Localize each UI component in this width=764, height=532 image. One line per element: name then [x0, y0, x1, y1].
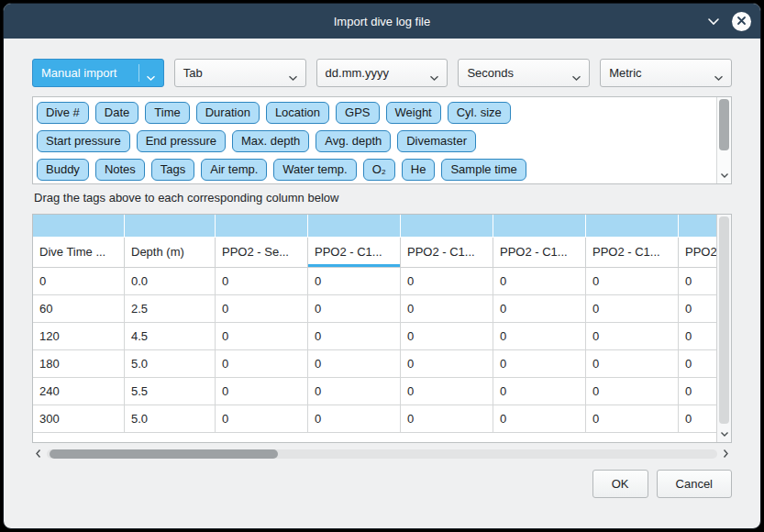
table-cell: 0: [216, 323, 308, 350]
column-drop-target[interactable]: [401, 215, 493, 238]
tag-rows: Dive #DateTimeDurationLocationGPSWeightC…: [33, 97, 716, 183]
ok-button[interactable]: OK: [592, 470, 648, 498]
scroll-left-button[interactable]: [32, 446, 44, 462]
column-header[interactable]: Dive Time ...: [33, 238, 125, 268]
column-header[interactable]: Depth (m): [125, 238, 216, 268]
table-cell: 0: [586, 323, 679, 350]
table-cell: 180: [33, 350, 125, 378]
tag-chip[interactable]: Start pressure: [37, 130, 130, 152]
table-cell: 0: [586, 268, 679, 295]
column-header[interactable]: PPO2 - C1...: [493, 238, 586, 268]
column-drop-target[interactable]: [125, 215, 216, 238]
table-row: 3005.0000000: [33, 405, 717, 433]
tag-chip[interactable]: GPS: [336, 102, 379, 124]
table-scrollbar-thumb[interactable]: [719, 216, 729, 424]
scroll-right-button[interactable]: [720, 446, 732, 462]
date-format-dropdown-value: dd.mm.yyyy: [326, 66, 389, 80]
tag-chip[interactable]: Avg. depth: [316, 130, 391, 152]
column-drop-target[interactable]: [308, 215, 401, 238]
column-drop-target[interactable]: [216, 215, 308, 238]
table-row: 1204.5000000: [33, 323, 717, 350]
dialog-title: Import dive log file: [334, 15, 431, 28]
table-cell: 0: [308, 378, 401, 405]
import-options-row: Manual importTabdd.mm.yyyySecondsMetric: [32, 59, 732, 87]
hscroll-track[interactable]: [47, 449, 717, 459]
close-button[interactable]: [732, 12, 751, 31]
tag-chip[interactable]: O₂: [363, 159, 395, 181]
hscroll-thumb[interactable]: [50, 449, 278, 459]
table-row: 00.0000000: [33, 268, 717, 295]
table-cell: 0: [216, 378, 308, 405]
table-cell: 0: [586, 295, 679, 323]
tag-chip[interactable]: He: [402, 159, 436, 181]
chevron-down-icon: [720, 425, 729, 441]
column-header[interactable]: PPO2 - C1...: [308, 238, 401, 268]
cancel-button[interactable]: Cancel: [657, 470, 732, 498]
table-cell: 0: [493, 323, 586, 350]
column-drop-target[interactable]: [33, 215, 125, 238]
table-cell: 0: [216, 405, 308, 433]
tag-chip[interactable]: Tags: [151, 159, 194, 181]
tags-scroll-down-button[interactable]: [717, 166, 731, 183]
duration-format-dropdown[interactable]: Seconds: [458, 59, 590, 87]
table-cell: 2.5: [125, 295, 216, 323]
titlebar-controls: [707, 4, 751, 39]
tag-chip[interactable]: Divemaster: [397, 130, 476, 152]
column-drop-target[interactable]: [586, 215, 679, 238]
tag-chip[interactable]: Time: [145, 102, 189, 124]
table-cell: 0: [586, 405, 679, 433]
table-cell: 5.5: [125, 378, 216, 405]
tag-chip[interactable]: Cyl. size: [448, 102, 511, 124]
column-header[interactable]: PPO2 - C1...: [401, 238, 493, 268]
table-scroll-down-button[interactable]: [717, 425, 731, 441]
tag-chip[interactable]: Dive #: [37, 102, 89, 124]
tag-chip[interactable]: Duration: [196, 102, 260, 124]
table-cell: 0: [401, 350, 493, 378]
chevron-down-icon: [288, 71, 298, 84]
table-cell: 0: [679, 268, 717, 295]
table-cell: 0: [493, 378, 586, 405]
column-header[interactable]: PPO2 - C1...: [586, 238, 679, 268]
tags-scrollbar-thumb[interactable]: [719, 99, 729, 150]
column-header[interactable]: PPO2: [679, 238, 717, 268]
table-row: 2405.5000000: [33, 378, 717, 405]
table-cell: 0: [679, 405, 717, 433]
units-dropdown[interactable]: Metric: [600, 59, 732, 87]
titlebar: Import dive log file: [4, 4, 760, 39]
dialog-buttons: OK Cancel: [592, 470, 732, 498]
tag-row: Dive #DateTimeDurationLocationGPSWeightC…: [37, 102, 713, 124]
table-cell: 0: [679, 295, 717, 323]
rollup-button[interactable]: [707, 15, 720, 28]
table-vertical-scrollbar[interactable]: [716, 215, 731, 442]
column-drop-target[interactable]: [679, 215, 717, 238]
table-cell: 0: [308, 350, 401, 378]
units-dropdown-value: Metric: [609, 66, 641, 80]
drag-instruction-label: Drag the tags above to each correspondin…: [34, 191, 338, 205]
preview-table: Dive Time ...Depth (m)PPO2 - Se...PPO2 -…: [32, 214, 732, 443]
table-cell: 0: [401, 378, 493, 405]
import-mode-dropdown[interactable]: Manual import: [32, 59, 164, 87]
date-format-dropdown[interactable]: dd.mm.yyyy: [316, 59, 448, 87]
tag-chip[interactable]: Location: [266, 102, 329, 124]
import-dialog: Import dive log file Manual importTabdd.…: [3, 3, 761, 529]
table-row: 602.5000000: [33, 295, 717, 323]
tag-chip[interactable]: Water temp.: [273, 159, 356, 181]
field-separator-dropdown[interactable]: Tab: [174, 59, 306, 87]
table-cell: 0: [493, 295, 586, 323]
table-horizontal-scrollbar: [32, 447, 732, 460]
tags-vertical-scrollbar[interactable]: [716, 97, 731, 183]
chevron-right-icon: [723, 446, 729, 462]
tag-chip[interactable]: Date: [95, 102, 138, 124]
tag-chip[interactable]: Sample time: [441, 159, 526, 181]
column-header[interactable]: PPO2 - Se...: [216, 238, 308, 268]
tag-row: BuddyNotesTagsAir temp.Water temp.O₂HeSa…: [37, 159, 713, 181]
tag-chip[interactable]: Notes: [95, 159, 145, 181]
table-cell: 0.0: [125, 268, 216, 295]
table-cell: 0: [216, 350, 308, 378]
column-drop-target[interactable]: [493, 215, 586, 238]
tag-chip[interactable]: Air temp.: [201, 159, 267, 181]
tag-chip[interactable]: Weight: [386, 102, 441, 124]
tag-chip[interactable]: Max. depth: [232, 130, 309, 152]
tag-chip[interactable]: Buddy: [37, 159, 89, 181]
tag-chip[interactable]: End pressure: [137, 130, 226, 152]
